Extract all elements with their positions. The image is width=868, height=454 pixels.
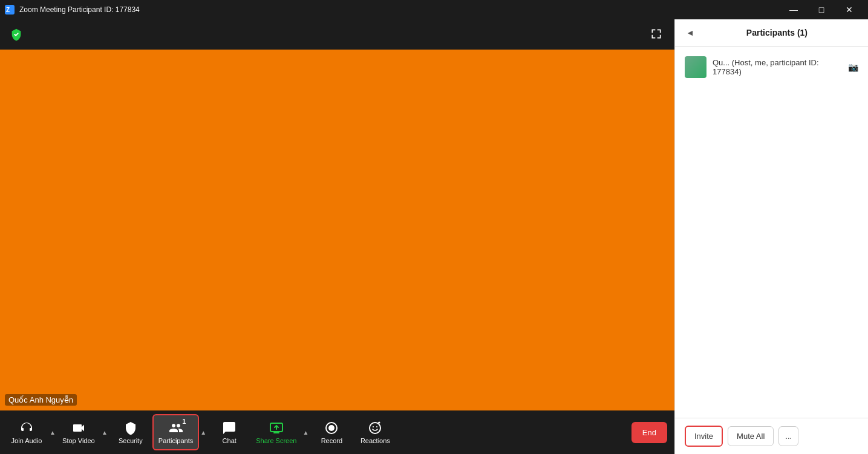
- share-screen-arrow[interactable]: ▲: [301, 414, 310, 450]
- svg-point-7: [376, 426, 377, 427]
- chat-label: Chat: [223, 437, 237, 444]
- svg-point-5: [370, 423, 380, 433]
- participants-label: Participants: [158, 437, 193, 444]
- share-screen-group: Share Screen ▲: [251, 414, 310, 450]
- end-button[interactable]: End: [631, 422, 667, 443]
- video-participant-name: Quốc Anh Nguyễn: [5, 394, 77, 406]
- svg-point-6: [373, 426, 374, 427]
- stop-video-arrow[interactable]: ▲: [100, 414, 109, 450]
- record-icon: [324, 421, 339, 435]
- shield-icon: [10, 28, 23, 41]
- participant-list: Qu... (Host, me, participant ID: 177834)…: [675, 47, 868, 418]
- participants-panel: ◄ Participants (1) Qu... (Host, me, part…: [674, 19, 868, 454]
- close-button[interactable]: ✕: [835, 0, 863, 19]
- panel-footer: Invite Mute All ...: [675, 418, 868, 454]
- reactions-button[interactable]: Reactions: [353, 414, 397, 450]
- panel-collapse-button[interactable]: ◄: [685, 27, 696, 39]
- title-bar-text: Zoom Meeting Participant ID: 177834: [19, 5, 140, 14]
- participants-arrow[interactable]: ▲: [199, 414, 207, 450]
- svg-point-8: [379, 421, 380, 423]
- shield-icon-container: [10, 28, 23, 41]
- video-icon: 📷: [848, 62, 858, 72]
- share-screen-button[interactable]: Share Screen: [251, 414, 301, 450]
- participants-group: 1 Participants ▲: [152, 414, 207, 450]
- title-bar: Z Zoom Meeting Participant ID: 177834 — …: [0, 0, 868, 19]
- svg-point-3: [328, 425, 334, 431]
- invite-button[interactable]: Invite: [685, 426, 723, 447]
- minimize-button[interactable]: —: [780, 0, 808, 19]
- share-screen-icon: [269, 421, 284, 435]
- share-screen-label: Share Screen: [256, 437, 296, 444]
- join-audio-label: Join Audio: [11, 437, 42, 444]
- join-audio-group: Join Audio ▲: [5, 414, 57, 450]
- video-area: Quốc Anh Nguyễn Join Audio ▲: [0, 19, 674, 454]
- security-button[interactable]: Security: [109, 414, 152, 450]
- chat-button[interactable]: Chat: [207, 414, 251, 450]
- title-bar-left: Z Zoom Meeting Participant ID: 177834: [5, 5, 140, 15]
- participant-info-text: Qu... (Host, me, participant ID: 177834): [713, 58, 842, 76]
- stop-video-group: Stop Video ▲: [57, 414, 109, 450]
- panel-header: ◄ Participants (1): [675, 19, 868, 47]
- video-feed: Quốc Anh Nguyễn: [0, 50, 674, 410]
- maximize-button[interactable]: □: [808, 0, 835, 19]
- svg-text:Z: Z: [6, 7, 10, 13]
- expand-button[interactable]: [648, 25, 665, 44]
- security-label: Security: [119, 437, 143, 444]
- join-audio-button[interactable]: Join Audio: [5, 414, 48, 450]
- participants-button[interactable]: 1 Participants: [152, 414, 199, 450]
- bottom-toolbar: Join Audio ▲ Stop Video ▲ Secur: [0, 410, 674, 454]
- record-button[interactable]: Record: [310, 414, 353, 450]
- reactions-label: Reactions: [361, 437, 390, 444]
- avatar-image: [685, 56, 706, 78]
- end-area: End: [631, 422, 670, 443]
- stop-video-button[interactable]: Stop Video: [57, 414, 100, 450]
- title-bar-controls: — □ ✕: [780, 0, 863, 19]
- record-label: Record: [321, 437, 342, 444]
- headphones-icon: [19, 421, 34, 435]
- camera-icon: [71, 421, 86, 435]
- reactions-icon: [368, 421, 382, 435]
- main-content: Quốc Anh Nguyễn Join Audio ▲: [0, 19, 868, 454]
- participant-media-icons: 📷: [848, 62, 858, 72]
- stop-video-label: Stop Video: [62, 437, 95, 444]
- participants-icon: [169, 421, 183, 435]
- panel-title: Participants (1): [696, 28, 858, 37]
- top-bar: [0, 19, 674, 50]
- mute-all-button[interactable]: Mute All: [728, 426, 774, 446]
- join-audio-arrow[interactable]: ▲: [48, 414, 57, 450]
- participant-item: Qu... (Host, me, participant ID: 177834)…: [675, 51, 868, 83]
- zoom-logo-icon: Z: [5, 5, 15, 15]
- participant-avatar: [685, 56, 706, 78]
- security-shield-icon: [123, 421, 138, 435]
- chat-icon: [222, 421, 237, 435]
- participants-count: 1: [182, 418, 186, 425]
- more-options-button[interactable]: ...: [778, 426, 798, 446]
